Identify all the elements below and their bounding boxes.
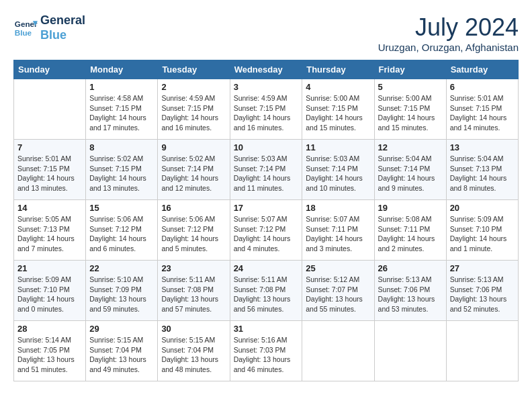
logo-icon: General Blue — [13, 16, 38, 40]
day-info: Sunrise: 5:06 AM Sunset: 7:12 PM Dayligh… — [89, 214, 154, 254]
day-cell: 23Sunrise: 5:11 AM Sunset: 7:08 PM Dayli… — [158, 261, 230, 321]
week-row-0: 1Sunrise: 4:58 AM Sunset: 7:15 PM Daylig… — [14, 79, 519, 140]
day-number: 19 — [378, 203, 443, 213]
day-info: Sunrise: 5:02 AM Sunset: 7:15 PM Dayligh… — [89, 154, 154, 193]
day-cell: 15Sunrise: 5:06 AM Sunset: 7:12 PM Dayli… — [86, 200, 158, 261]
day-number: 18 — [306, 203, 370, 213]
week-row-4: 28Sunrise: 5:14 AM Sunset: 7:05 PM Dayli… — [14, 321, 519, 381]
day-info: Sunrise: 5:01 AM Sunset: 7:15 PM Dayligh… — [17, 154, 82, 193]
day-cell: 7Sunrise: 5:01 AM Sunset: 7:15 PM Daylig… — [14, 140, 86, 200]
day-number: 11 — [306, 142, 370, 152]
day-info: Sunrise: 5:10 AM Sunset: 7:09 PM Dayligh… — [89, 275, 154, 314]
day-info: Sunrise: 4:59 AM Sunset: 7:15 PM Dayligh… — [234, 93, 299, 133]
day-cell: 28Sunrise: 5:14 AM Sunset: 7:05 PM Dayli… — [14, 321, 86, 381]
day-number: 13 — [450, 142, 515, 152]
day-number: 1 — [89, 82, 154, 92]
day-number: 22 — [89, 263, 154, 273]
day-info: Sunrise: 4:58 AM Sunset: 7:15 PM Dayligh… — [89, 93, 154, 133]
day-info: Sunrise: 5:02 AM Sunset: 7:14 PM Dayligh… — [161, 154, 226, 193]
header-cell-thursday: Thursday — [302, 60, 374, 79]
day-info: Sunrise: 5:05 AM Sunset: 7:13 PM Dayligh… — [17, 214, 82, 254]
day-number: 20 — [450, 203, 515, 213]
header-cell-friday: Friday — [374, 60, 446, 79]
day-info: Sunrise: 5:03 AM Sunset: 7:14 PM Dayligh… — [234, 154, 299, 193]
day-cell: 14Sunrise: 5:05 AM Sunset: 7:13 PM Dayli… — [14, 200, 86, 261]
day-cell: 24Sunrise: 5:11 AM Sunset: 7:08 PM Dayli… — [230, 261, 302, 321]
day-info: Sunrise: 5:08 AM Sunset: 7:11 PM Dayligh… — [378, 214, 443, 254]
day-cell: 5Sunrise: 5:00 AM Sunset: 7:15 PM Daylig… — [374, 79, 446, 140]
day-cell: 30Sunrise: 5:15 AM Sunset: 7:04 PM Dayli… — [158, 321, 230, 381]
day-number: 24 — [234, 263, 299, 273]
svg-text:Blue: Blue — [15, 28, 32, 36]
day-cell: 6Sunrise: 5:01 AM Sunset: 7:15 PM Daylig… — [446, 79, 518, 140]
day-cell: 2Sunrise: 4:59 AM Sunset: 7:15 PM Daylig… — [158, 79, 230, 140]
calendar-body: 1Sunrise: 4:58 AM Sunset: 7:15 PM Daylig… — [14, 79, 519, 381]
day-info: Sunrise: 5:11 AM Sunset: 7:08 PM Dayligh… — [161, 275, 226, 314]
day-number: 16 — [161, 203, 226, 213]
day-info: Sunrise: 5:15 AM Sunset: 7:04 PM Dayligh… — [161, 335, 226, 375]
day-number: 17 — [234, 203, 299, 213]
day-cell — [446, 321, 518, 381]
day-info: Sunrise: 5:04 AM Sunset: 7:14 PM Dayligh… — [378, 154, 443, 193]
day-number: 28 — [17, 324, 82, 334]
day-info: Sunrise: 5:09 AM Sunset: 7:10 PM Dayligh… — [450, 214, 515, 254]
day-cell: 21Sunrise: 5:09 AM Sunset: 7:10 PM Dayli… — [14, 261, 86, 321]
day-cell — [14, 79, 86, 140]
day-number: 2 — [161, 82, 226, 92]
day-number: 3 — [234, 82, 299, 92]
day-number: 7 — [17, 142, 82, 152]
day-cell: 10Sunrise: 5:03 AM Sunset: 7:14 PM Dayli… — [230, 140, 302, 200]
day-info: Sunrise: 5:07 AM Sunset: 7:11 PM Dayligh… — [306, 214, 370, 254]
day-number: 27 — [450, 263, 515, 273]
day-info: Sunrise: 5:07 AM Sunset: 7:12 PM Dayligh… — [234, 214, 299, 254]
calendar-header: SundayMondayTuesdayWednesdayThursdayFrid… — [14, 60, 519, 79]
day-number: 15 — [89, 203, 154, 213]
day-info: Sunrise: 5:09 AM Sunset: 7:10 PM Dayligh… — [17, 275, 82, 314]
day-cell — [302, 321, 374, 381]
day-info: Sunrise: 5:03 AM Sunset: 7:14 PM Dayligh… — [306, 154, 370, 193]
title-block: July 2024 Uruzgan, Oruzgan, Afghanistan — [378, 13, 519, 53]
header-cell-saturday: Saturday — [446, 60, 518, 79]
day-cell: 8Sunrise: 5:02 AM Sunset: 7:15 PM Daylig… — [86, 140, 158, 200]
day-number: 29 — [89, 324, 154, 334]
day-cell: 3Sunrise: 4:59 AM Sunset: 7:15 PM Daylig… — [230, 79, 302, 140]
day-cell — [374, 321, 446, 381]
day-number: 4 — [306, 82, 370, 92]
week-row-2: 14Sunrise: 5:05 AM Sunset: 7:13 PM Dayli… — [14, 200, 519, 261]
day-info: Sunrise: 5:15 AM Sunset: 7:04 PM Dayligh… — [89, 335, 154, 375]
header-row: SundayMondayTuesdayWednesdayThursdayFrid… — [14, 60, 519, 79]
day-info: Sunrise: 5:04 AM Sunset: 7:13 PM Dayligh… — [450, 154, 515, 193]
header-cell-wednesday: Wednesday — [230, 60, 302, 79]
day-info: Sunrise: 5:12 AM Sunset: 7:07 PM Dayligh… — [306, 275, 370, 314]
day-cell: 26Sunrise: 5:13 AM Sunset: 7:06 PM Dayli… — [374, 261, 446, 321]
day-cell: 25Sunrise: 5:12 AM Sunset: 7:07 PM Dayli… — [302, 261, 374, 321]
logo-blue: Blue — [40, 28, 85, 43]
day-cell: 17Sunrise: 5:07 AM Sunset: 7:12 PM Dayli… — [230, 200, 302, 261]
day-info: Sunrise: 5:01 AM Sunset: 7:15 PM Dayligh… — [450, 93, 515, 133]
day-cell: 13Sunrise: 5:04 AM Sunset: 7:13 PM Dayli… — [446, 140, 518, 200]
day-cell: 4Sunrise: 5:00 AM Sunset: 7:15 PM Daylig… — [302, 79, 374, 140]
day-info: Sunrise: 5:13 AM Sunset: 7:06 PM Dayligh… — [378, 275, 443, 314]
day-number: 21 — [17, 263, 82, 273]
day-cell: 11Sunrise: 5:03 AM Sunset: 7:14 PM Dayli… — [302, 140, 374, 200]
day-info: Sunrise: 5:13 AM Sunset: 7:06 PM Dayligh… — [450, 275, 515, 314]
day-cell: 1Sunrise: 4:58 AM Sunset: 7:15 PM Daylig… — [86, 79, 158, 140]
day-info: Sunrise: 5:11 AM Sunset: 7:08 PM Dayligh… — [234, 275, 299, 314]
svg-text:General: General — [15, 19, 38, 28]
calendar-table: SundayMondayTuesdayWednesdayThursdayFrid… — [13, 60, 519, 381]
day-cell: 16Sunrise: 5:06 AM Sunset: 7:12 PM Dayli… — [158, 200, 230, 261]
day-cell: 22Sunrise: 5:10 AM Sunset: 7:09 PM Dayli… — [86, 261, 158, 321]
header-cell-tuesday: Tuesday — [158, 60, 230, 79]
day-info: Sunrise: 5:16 AM Sunset: 7:03 PM Dayligh… — [234, 335, 299, 375]
day-cell: 29Sunrise: 5:15 AM Sunset: 7:04 PM Dayli… — [86, 321, 158, 381]
week-row-1: 7Sunrise: 5:01 AM Sunset: 7:15 PM Daylig… — [14, 140, 519, 200]
page-header: General Blue General Blue July 2024 Uruz… — [13, 13, 519, 53]
day-info: Sunrise: 4:59 AM Sunset: 7:15 PM Dayligh… — [161, 93, 226, 133]
day-number: 25 — [306, 263, 370, 273]
logo-general: General — [40, 13, 85, 28]
day-number: 31 — [234, 324, 299, 334]
day-cell: 31Sunrise: 5:16 AM Sunset: 7:03 PM Dayli… — [230, 321, 302, 381]
location-subtitle: Uruzgan, Oruzgan, Afghanistan — [378, 42, 519, 53]
day-cell: 27Sunrise: 5:13 AM Sunset: 7:06 PM Dayli… — [446, 261, 518, 321]
day-number: 30 — [161, 324, 226, 334]
